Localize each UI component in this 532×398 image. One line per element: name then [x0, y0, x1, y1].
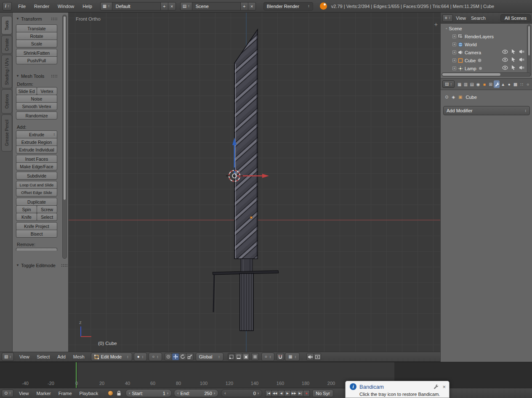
menu-file[interactable]: File [14, 3, 29, 10]
pivot-align-toggle[interactable] [165, 353, 172, 361]
expand-icon[interactable]: + [452, 42, 456, 46]
pivot-point-dropdown[interactable]: ○ ↕ [149, 353, 162, 361]
pin-icon[interactable]: ⊙ [445, 95, 448, 99]
expand-icon[interactable]: + [452, 66, 456, 70]
push-pull-button[interactable]: Push/Pull [16, 56, 57, 64]
remove-button-partial[interactable] [16, 248, 57, 251]
region-expand-icon[interactable]: + [434, 21, 438, 28]
selectability-arrow-icon[interactable] [511, 65, 516, 70]
layout-name-field[interactable]: Default [112, 2, 161, 11]
tab-texture[interactable]: ▩ [513, 80, 519, 88]
manipulator-rotate-toggle[interactable] [179, 353, 186, 361]
outliner-row-scene[interactable]: ◦ Scene [441, 24, 527, 32]
tab-scene[interactable]: ▤ [469, 80, 475, 88]
editor-type-timeline-button[interactable]: ⊙ ↕ [2, 390, 13, 397]
view3d-menu-add[interactable]: Add [53, 353, 69, 361]
slide-edge-button[interactable]: Slide Ed [16, 87, 37, 95]
expand-icon[interactable]: + [452, 50, 456, 54]
outliner-row-renderlayers[interactable]: + RenderLayers [441, 32, 527, 40]
jump-prev-keyframe-button[interactable]: ◀◀ [271, 390, 278, 397]
knife-select-button[interactable]: Select [37, 213, 57, 221]
extrude-region-button[interactable]: Extrude Region [16, 138, 57, 146]
inset-faces-button[interactable]: Inset Faces [16, 155, 57, 163]
tab-modifiers[interactable] [494, 80, 500, 88]
tab-constraints[interactable]: ⊞ [488, 80, 494, 88]
frame-start-field[interactable]: ‹ Start: 1 › [125, 389, 172, 397]
renderability-camera-icon[interactable] [519, 66, 525, 70]
tab-object-data[interactable]: ▲ [500, 80, 506, 88]
selectability-arrow-icon[interactable] [511, 49, 516, 54]
face-select-toggle[interactable] [242, 353, 250, 361]
viewport-shading-dropdown[interactable]: ● ↕ [134, 353, 147, 361]
expand-icon[interactable]: + [452, 34, 456, 38]
view3d-menu-select[interactable]: Select [33, 353, 54, 361]
vertex-select-toggle[interactable] [228, 353, 235, 361]
add-modifier-dropdown[interactable]: Add Modifier ↕ [443, 106, 530, 115]
smooth-vertex-button[interactable]: Smooth Vertex [16, 102, 57, 110]
scale-button[interactable]: Scale [16, 40, 57, 48]
manipulator-translate-toggle[interactable] [172, 353, 179, 361]
rotate-button[interactable]: Rotate [16, 32, 57, 40]
lock-icon[interactable] [117, 390, 121, 396]
jump-to-start-button[interactable]: |◀ [265, 390, 272, 397]
slide-vertex-button[interactable]: Vertex [37, 87, 57, 95]
mesh-tools-panel-header[interactable]: ▼ Mesh Tools [16, 72, 57, 80]
extrude-individual-button[interactable]: Extrude Individual [16, 146, 57, 154]
opengl-render-image-button[interactable] [306, 353, 314, 361]
menu-window[interactable]: Window [54, 3, 78, 10]
breadcrumb-object-name[interactable]: Cube [466, 95, 477, 100]
tool-shelf-scrollbar[interactable] [62, 15, 67, 259]
outliner-menu-search[interactable]: Search [469, 14, 488, 22]
screw-button[interactable]: Screw [37, 205, 57, 213]
sync-dropdown[interactable]: No Syr [312, 390, 333, 397]
transform-orientation-dropdown[interactable]: Global ↕ [196, 353, 223, 361]
shelf-tab-grease-pencil[interactable]: Grease Pencil [1, 114, 12, 151]
shelf-tab-shading-uvs[interactable]: Shading / UVs [1, 55, 12, 88]
proportional-edit-dropdown[interactable]: ○ ↕ [261, 353, 275, 361]
renderability-camera-icon[interactable] [519, 58, 525, 62]
visibility-eye-icon[interactable] [502, 66, 508, 70]
editor-type-info-button[interactable]: i ↕ [3, 2, 12, 11]
timeline-menu-marker[interactable]: Marker [33, 390, 55, 397]
close-icon[interactable]: × [442, 384, 446, 390]
duplicate-button[interactable]: Duplicate [16, 198, 57, 206]
current-frame-field[interactable]: ‹ 0 › [221, 389, 262, 397]
outliner-hscrollbar[interactable] [442, 72, 531, 77]
jump-next-keyframe-button[interactable]: ▶▶ [290, 390, 297, 397]
transform-panel-header[interactable]: ▼ Transform [16, 15, 57, 23]
loop-cut-slide-button[interactable]: Loop Cut and Slide [16, 181, 57, 189]
snap-toggle[interactable] [277, 353, 284, 361]
layout-browse-button[interactable]: ▦ ↕ [100, 2, 112, 11]
visibility-eye-icon[interactable] [502, 50, 508, 54]
layout-delete-button[interactable]: × [168, 2, 176, 11]
tab-physics[interactable]: ○ [525, 80, 531, 88]
render-engine-dropdown[interactable]: Blender Render ↕ [263, 2, 313, 11]
snap-element-dropdown[interactable]: ▦ ↕ [285, 353, 300, 361]
mode-dropdown[interactable]: Edit Mode ↕ [91, 353, 132, 361]
menu-help[interactable]: Help [79, 3, 96, 10]
preview-range-icon[interactable] [108, 390, 113, 396]
outliner-vscrollbar[interactable] [527, 24, 531, 77]
knife-button[interactable]: Knife [16, 213, 37, 221]
expand-icon[interactable]: + [452, 58, 456, 62]
timeline-ruler[interactable]: -40 -20 0 20 40 60 80 100 120 140 160 18… [0, 362, 532, 388]
panel-grip-icon[interactable] [51, 74, 57, 78]
outliner-scope-dropdown[interactable]: All Scenes [500, 14, 531, 22]
translate-button[interactable]: Translate [16, 24, 57, 32]
frame-end-field[interactable]: ‹ End: 250 › [174, 389, 218, 397]
make-edge-face-button[interactable]: Make Edge/Face [16, 162, 57, 170]
jump-to-end-button[interactable]: ▶| [297, 390, 303, 397]
tab-material[interactable]: ● [506, 80, 512, 88]
shelf-tab-options[interactable]: Options [1, 89, 12, 114]
view3d-menu-mesh[interactable]: Mesh [69, 353, 88, 361]
tab-render[interactable]: ▦ [457, 80, 463, 88]
editor-type-outliner-button[interactable]: ≡ ↕ [442, 14, 453, 22]
editor-type-3dview-button[interactable]: ▧ ↕ [2, 353, 14, 361]
tab-world[interactable]: ◉ [475, 80, 481, 88]
scene-add-button[interactable]: + [240, 2, 248, 11]
extrude-dropdown[interactable]: Extrude ↕ [16, 130, 57, 138]
toggle-editmode-header[interactable]: ▼ Toggle Editmode [16, 262, 67, 269]
offset-edge-slide-button[interactable]: Offset Edge Slide [16, 188, 57, 196]
menu-render[interactable]: Render [30, 3, 53, 10]
subdivide-button[interactable]: Subdivide [16, 172, 57, 180]
